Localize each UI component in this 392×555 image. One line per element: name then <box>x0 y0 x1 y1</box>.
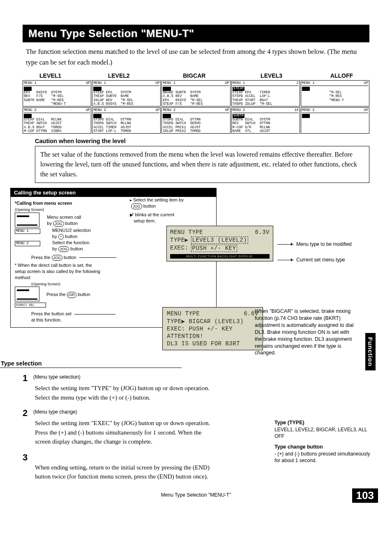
mini-screen-bigcar-bot: MENU 2UP STSPD DIAL DTTRN THSPD SWTCH SE… <box>161 107 230 134</box>
type-heading: Type (TYPE) <box>274 419 373 426</box>
lcd-annotations: Menu type to be modified Current set men… <box>277 241 364 273</box>
level-header-2: LEVEL2 <box>84 72 154 79</box>
setup-wrapper: Calling the setup screen *Calling from m… <box>10 188 369 369</box>
mini-screens-row: MENU 1UP EPA RXSYS SYSTM REV F/S *M-SEL … <box>23 80 369 134</box>
jog-button-icon-4: JOG <box>131 204 142 209</box>
mini-screen-level3-top: MENU 12 STEXP STEXP EPA TIMER STSPD ACCE… <box>231 80 300 106</box>
select-func-1: Select the function <box>52 240 90 245</box>
direct-sel-slot: DIRECT SEL <box>15 303 46 308</box>
lcd-main-type-value: LEVEL3 (LEVEL2) <box>191 236 249 244</box>
button-word-2: button <box>65 234 78 239</box>
jog-button-icon-3: JOG <box>52 255 63 261</box>
opening-screen-label: (Opening Screen) <box>15 208 44 212</box>
menu12-sel-2: by <box>52 234 57 239</box>
plus-button-icon: + <box>58 234 64 240</box>
menu1-slot: MENU 1 <box>15 229 40 234</box>
button-word-3: button <box>70 246 83 251</box>
step-1-body: Select the setting item "TYPE" by (JOG) … <box>35 384 212 402</box>
menu-call-2: by <box>47 221 52 226</box>
lcd-strip: MULTI FUNCTION BACKLIGHT DISPLAY <box>170 254 270 259</box>
menu12-sel-1: MENU1/2 selection <box>52 228 91 233</box>
jog-button-icon: JOG <box>53 221 64 227</box>
caution-box: The set value of the functions removed f… <box>35 146 369 183</box>
level-header-1: LEVEL1 <box>23 72 78 79</box>
annotation-current: Current set menu type <box>296 257 345 263</box>
change-body: - (+) and (-) buttons pressed simultaneo… <box>274 451 373 464</box>
step-2: 2 (Menu type change) Select the setting … <box>23 408 212 446</box>
thumb-opening-screen-2 <box>15 287 39 301</box>
select-func-2: by <box>52 246 57 251</box>
button-word-1: button <box>65 221 78 226</box>
footer-text: Menu Type Selection "MENU-T" <box>23 492 369 498</box>
mini-screen-alloff-bot: MENU 2UP <box>301 107 369 134</box>
press-set-1: Press the button set <box>31 311 71 316</box>
mini-screen-level3-bot: MENU 216 SUBTR SUBTR DIAL SYSTM REV SWTC… <box>231 107 300 134</box>
step-1-label: (Menu type selection) <box>33 374 81 380</box>
button-word-4: button <box>64 255 76 260</box>
blinks-1: * blinks at the current <box>132 212 174 217</box>
level-header-5: ALLOFF <box>314 72 369 79</box>
button-word-5: button <box>78 292 90 297</box>
change-heading: Type change button <box>274 444 373 451</box>
dir-button-icon: DIR <box>67 292 77 298</box>
press-set-2: at this function. <box>31 317 62 322</box>
bigcar-note: When "BIGCAR" is selected, brake mixing … <box>255 308 355 356</box>
opening-screen-label-2: (Opening Screen) <box>31 282 60 286</box>
mini-screen-level2-top: MENU 1UP STEXP EPA SYSTM THEXP SUBTR NAM… <box>92 80 161 106</box>
direct-call-note: * When the direct call button is set, th… <box>15 262 101 281</box>
menu2-slot: MENU 2 <box>15 241 40 246</box>
lcd-main: MENU TYPE6.3V TYPE▶ LEVEL3 (LEVEL2) EXEC… <box>166 226 273 261</box>
step-2-label: (Menu type change) <box>33 409 77 415</box>
lcd-main-exec-value: PUSH +/- KEY <box>191 245 238 252</box>
type-body: LEVEL1, LEVEL2, BIGCAR, LEVEL3, ALL OFF <box>274 426 373 439</box>
step-3-body: When ending setting, return to the initi… <box>35 463 212 481</box>
level-header-4: LEVEL3 <box>235 72 308 79</box>
level-headers: LEVEL1 LEVEL2 BIGCAR LEVEL3 ALLOFF <box>23 72 369 79</box>
calling-line: *Calling from menu screen <box>15 201 72 206</box>
select-item-1: Select the setting item by <box>133 197 184 202</box>
mini-screen-level1-bot: MENU 2UP STEXP DIAL MCLNK THEXP SWTCH AD… <box>23 107 91 134</box>
steps-list: 1 (Menu type selection) Select the setti… <box>23 373 212 481</box>
lcd-bigcar: MENU TYPE6.6V TYPE▶ BIGCAR (LEVEL3) EXEC… <box>162 307 263 350</box>
thumb-opening-screen <box>15 213 39 227</box>
mini-screen-level1-top: MENU 1UP EPA RXSYS SYSTM REV F/S *M-SEL … <box>23 80 91 106</box>
step-1: 1 (Menu type selection) Select the setti… <box>23 373 212 402</box>
step-3: 3 When ending setting, return to the ini… <box>23 452 212 481</box>
right-info: Type (TYPE) LEVEL1, LEVEL2, BIGCAR, LEVE… <box>274 415 373 464</box>
press-jog: Press the <box>31 255 50 260</box>
page-title: Menu Type Selection "MENU-T" <box>23 25 369 42</box>
press-dir: Press the <box>46 292 65 297</box>
annotation-modified: Menu type to be modified <box>296 241 352 247</box>
side-tab-function: Function <box>365 333 376 370</box>
level-header-3: BIGCAR <box>159 72 229 79</box>
menu-call-1: Menu screen call <box>47 215 81 220</box>
select-item-2: button <box>143 204 156 208</box>
setup-header: Calling the setup screen <box>11 188 216 197</box>
jog-button-icon-2: JOG <box>58 246 69 252</box>
mini-screen-alloff-top: MENU 1UP *M-SEL *M-RES *MENU-T <box>301 80 369 106</box>
intro-text: The function selection menu matched to t… <box>23 46 369 67</box>
blinks-2: setup item. <box>134 218 156 223</box>
mini-screen-bigcar-top: MENU 1UP BRAKE SUBTR SYSTM A.B.S REV NAM… <box>161 80 230 106</box>
type-selection-heading: Type selection <box>0 359 182 368</box>
caution-heading: Caution when lowering the level <box>35 138 369 144</box>
mini-screen-level2-bot: MENU 2UP STSPD DIAL DTTRN THSPD SWTCH MC… <box>92 107 161 134</box>
step-2-body: Select the setting item "EXEC" by (JOG) … <box>35 419 212 446</box>
page-number: 103 <box>352 488 378 503</box>
